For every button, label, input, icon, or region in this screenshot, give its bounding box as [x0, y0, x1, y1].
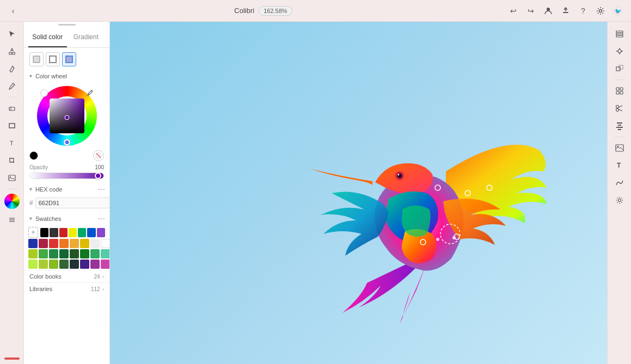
swatch-orange[interactable] [59, 239, 69, 248]
swatch-olive[interactable] [39, 260, 48, 269]
swatch-chartreuse[interactable] [49, 260, 58, 269]
redo-button[interactable]: ↪ [524, 4, 537, 17]
add-swatch-button[interactable]: + [28, 227, 38, 238]
text-tool[interactable]: T [4, 135, 20, 151]
no-color-button[interactable] [93, 150, 104, 161]
right-sidebar: T [607, 22, 631, 364]
color-mode-row [24, 48, 109, 71]
swatch-green[interactable] [78, 228, 86, 237]
color-panel: Solid color Gradient ▼ Color wheel [24, 22, 110, 364]
image-tool[interactable] [4, 170, 20, 186]
no-color-indicator[interactable] [40, 89, 48, 97]
opacity-slider-container [24, 171, 109, 182]
help-button[interactable]: ? [577, 4, 590, 17]
mode-stroke[interactable] [46, 52, 60, 66]
swatch-darkteal[interactable] [70, 260, 79, 269]
swatch-seafoam[interactable] [101, 249, 110, 258]
eraser-tool[interactable] [4, 101, 20, 116]
opacity-slider[interactable] [29, 172, 104, 179]
account-button[interactable] [542, 4, 555, 17]
curve-button[interactable] [612, 175, 627, 190]
swatch-white[interactable] [101, 239, 110, 248]
swatch-yellow[interactable] [69, 228, 77, 237]
swatch-violet[interactable] [80, 260, 89, 269]
color-books-label: Color books [29, 273, 94, 280]
libraries-row[interactable]: Libraries 112 › [24, 282, 109, 295]
swatch-blue[interactable] [87, 228, 95, 237]
zoom-level[interactable]: 162.58% [259, 6, 292, 16]
back-button[interactable]: ‹ [7, 4, 20, 17]
swatch-magenta[interactable] [90, 260, 100, 269]
tab-gradient[interactable]: Gradient [67, 28, 106, 47]
text-style-button[interactable]: T [612, 158, 627, 173]
pen-tool[interactable] [4, 61, 20, 76]
swatch-medgreen[interactable] [39, 249, 48, 258]
swatch-yellowgreen[interactable] [28, 260, 38, 269]
swatch-navy[interactable] [28, 239, 38, 248]
canvas-area[interactable] [110, 22, 607, 364]
color-picker-tool[interactable] [4, 194, 20, 209]
svg-text:T: T [10, 140, 14, 146]
right-divider-1 [614, 79, 625, 80]
image-edit-button[interactable] [612, 140, 627, 156]
node-tool[interactable] [4, 44, 20, 59]
swatch-hunter[interactable] [59, 260, 69, 269]
colibri-icon[interactable]: 🐦 [611, 4, 624, 17]
swatch-amber[interactable] [70, 239, 79, 248]
swatch-jade[interactable] [90, 249, 100, 258]
color-wheel-header[interactable]: ▼ Color wheel [24, 71, 109, 82]
symbols-button[interactable] [612, 83, 627, 98]
swatch-forestgreen[interactable] [49, 249, 58, 258]
color-wheel-label: Color wheel [35, 73, 105, 79]
transform-button[interactable] [612, 61, 627, 76]
swatch-gold[interactable] [80, 239, 89, 248]
rectangle-tool[interactable] [4, 118, 20, 133]
swatch-emerald[interactable] [80, 249, 89, 258]
crop-tool[interactable] [4, 153, 20, 168]
hex-input[interactable] [35, 198, 110, 208]
export-button[interactable] [559, 4, 572, 17]
panel-tabs: Solid color Gradient [24, 28, 109, 48]
color-wheel-toggle: ▼ [28, 73, 33, 79]
eyedropper-tool[interactable] [86, 89, 94, 98]
undo-button[interactable]: ↩ [507, 4, 520, 17]
align-button[interactable] [612, 118, 627, 133]
svg-point-11 [10, 176, 11, 177]
swatch-lime[interactable] [28, 249, 38, 258]
layers-button[interactable] [612, 26, 627, 41]
settings-button[interactable] [594, 4, 607, 17]
swatch-deepforest[interactable] [70, 249, 79, 258]
svg-rect-6 [9, 107, 15, 110]
lines-tool[interactable] [4, 212, 20, 227]
opacity-thumb [95, 172, 101, 179]
color-books-row[interactable]: Color books 24 › [24, 270, 109, 282]
tool-divider-1 [7, 97, 17, 97]
swatches-header[interactable]: ▼ Swatches ··· [24, 212, 109, 226]
svg-point-35 [618, 50, 621, 53]
swatch-darkrose[interactable] [39, 239, 48, 248]
scissors-button[interactable] [612, 101, 627, 116]
color-gradient-square[interactable] [50, 98, 84, 133]
swatch-purple[interactable] [97, 228, 105, 237]
settings2-button[interactable] [612, 193, 627, 208]
mode-both[interactable] [62, 52, 76, 66]
current-color-swatch[interactable] [29, 151, 38, 160]
swatch-darkgreen[interactable] [59, 249, 69, 258]
pencil-tool[interactable] [4, 78, 20, 94]
swatch-red[interactable] [59, 228, 68, 237]
swatch-darkgray[interactable] [50, 228, 58, 237]
pointer-tool[interactable] [4, 26, 20, 41]
effects-button[interactable] [612, 44, 627, 59]
swatch-lightgray[interactable] [90, 239, 100, 248]
svg-point-18 [91, 90, 92, 91]
tab-solid-color[interactable]: Solid color [28, 28, 67, 47]
mode-fill[interactable] [29, 52, 44, 66]
swatch-crimson[interactable] [49, 239, 58, 248]
swatches-more-button[interactable]: ··· [98, 214, 105, 224]
swatch-black[interactable] [40, 228, 48, 237]
hex-more-button[interactable]: ··· [98, 184, 105, 194]
hex-code-header[interactable]: ▼ HEX code ··· [24, 182, 109, 196]
color-wheel-inner-cursor [64, 115, 69, 120]
swatch-pink[interactable] [101, 260, 110, 269]
svg-rect-49 [618, 129, 621, 130]
